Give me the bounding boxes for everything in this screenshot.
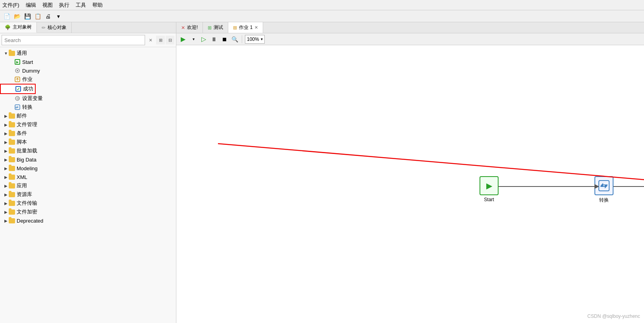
panel-tabs: 🌳 主对象树 ✏ 核心对象 xyxy=(0,22,176,33)
folder-arrow[interactable] xyxy=(3,165,9,171)
zoom-dropdown-icon: ▾ xyxy=(261,37,263,41)
folder-arrow[interactable] xyxy=(3,200,9,206)
transform-node-icon xyxy=(594,176,613,195)
setvariable-icon: ⚙ xyxy=(14,95,21,102)
pause-button[interactable]: ⏸ xyxy=(210,35,218,44)
tab-core-objects-label: 核心对象 xyxy=(48,24,67,31)
folder-arrow[interactable] xyxy=(3,113,9,119)
toolbar-dropdown[interactable]: ▾ xyxy=(54,12,63,21)
tree-item-job[interactable]: 作业 xyxy=(0,75,176,84)
tab-job1-close[interactable]: ✕ xyxy=(254,25,258,30)
toolbar-open[interactable]: 📂 xyxy=(13,12,21,21)
tree-folder-资源库[interactable]: 资源库 xyxy=(0,190,176,199)
tree-folder-邮件[interactable]: 邮件 xyxy=(0,112,176,120)
tree-folder-应用[interactable]: 应用 xyxy=(0,181,176,190)
tree-folder-Big Data[interactable]: Big Data xyxy=(0,155,176,164)
toolbar-sep xyxy=(242,35,242,43)
folder-icon xyxy=(9,130,15,137)
tree-folder-Modeling[interactable]: Modeling xyxy=(0,164,176,173)
tab-core-objects[interactable]: ✏ 核心对象 xyxy=(37,22,72,33)
menu-file[interactable]: 文件(F) xyxy=(2,2,19,9)
tab-welcome-label: 欢迎! xyxy=(187,24,198,31)
zoom-control[interactable]: 100% ▾ xyxy=(245,35,265,44)
folder-arrow[interactable] xyxy=(3,183,9,188)
folder-icon-general xyxy=(9,50,15,56)
search-input[interactable] xyxy=(2,35,145,45)
folder-icon xyxy=(9,113,15,119)
folder-icon xyxy=(9,156,15,163)
tree-root-general[interactable]: 通用 xyxy=(0,49,176,58)
tree-folder-条件[interactable]: 条件 xyxy=(0,129,176,138)
stop-button[interactable]: ⏹ xyxy=(220,35,229,44)
menu-edit[interactable]: 编辑 xyxy=(26,2,36,9)
tab-test[interactable]: ⊞ 测试 xyxy=(203,22,228,33)
folder-arrow[interactable] xyxy=(3,148,9,154)
tab-job1[interactable]: ⊞ 作业 1 ✕ xyxy=(228,22,263,33)
dummy-icon xyxy=(14,67,21,74)
folder-icon xyxy=(9,217,15,224)
folder-arrow[interactable] xyxy=(3,157,9,162)
tree-folder-批量加载[interactable]: 批量加载 xyxy=(0,146,176,155)
folder-icon xyxy=(9,209,15,215)
folder-arrow[interactable] xyxy=(3,139,9,145)
left-panel: 🌳 主对象树 ✏ 核心对象 × ⊞ ⊟ 通用 xyxy=(0,22,176,323)
tree-item-setvariable[interactable]: ⚙ 设置变量 xyxy=(0,94,176,103)
run-step-button[interactable]: ▷ xyxy=(199,35,208,44)
run-dropdown[interactable]: ▾ xyxy=(189,35,198,44)
folder-label: 文件加密 xyxy=(17,208,37,215)
tree-item-dummy[interactable]: Dummy xyxy=(0,66,176,75)
folder-arrow[interactable] xyxy=(3,131,9,136)
run-button[interactable]: ▶ xyxy=(179,35,187,44)
search-collapse-btn[interactable]: ⊟ xyxy=(166,36,174,44)
menu-view[interactable]: 视图 xyxy=(42,2,53,9)
tab-job1-label: 作业 1 xyxy=(239,24,252,31)
folder-arrow[interactable] xyxy=(3,209,9,215)
canvas-node-start-label: Start xyxy=(484,197,494,202)
toolbar-new[interactable]: 📄 xyxy=(2,12,11,21)
menu-help[interactable]: 帮助 xyxy=(92,2,103,9)
svg-text:⇄: ⇄ xyxy=(15,105,19,109)
tree-item-success[interactable]: 成功 xyxy=(0,84,36,94)
tree-label-success: 成功 xyxy=(23,85,33,92)
tree-item-start[interactable]: Start xyxy=(0,58,176,66)
inspect-button[interactable]: 🔍 xyxy=(230,35,239,44)
start-icon xyxy=(14,59,21,65)
folder-label: XML xyxy=(17,174,27,180)
menu-run[interactable]: 执行 xyxy=(59,2,69,9)
right-panel: ✕ 欢迎! ⊞ 测试 ⊞ 作业 1 ✕ ▶ ▾ ▷ ⏸ ⏹ 🔍 100% xyxy=(176,22,644,323)
tree-folder-XML[interactable]: XML xyxy=(0,173,176,181)
folder-label: Modeling xyxy=(17,165,38,171)
tree-folder-脚本[interactable]: 脚本 xyxy=(0,138,176,146)
tree-folder-文件加密[interactable]: 文件加密 xyxy=(0,208,176,216)
tree-label-general: 通用 xyxy=(17,50,27,57)
folder-icon xyxy=(9,121,15,128)
folder-icon xyxy=(9,139,15,145)
job1-tab-icon: ⊞ xyxy=(233,25,237,31)
search-expand-btn[interactable]: ⊞ xyxy=(156,36,165,44)
tree-container[interactable]: 通用 Start Dummy xyxy=(0,47,176,323)
folder-label: Big Data xyxy=(17,157,36,163)
folder-arrow[interactable] xyxy=(3,174,9,180)
folder-arrow[interactable] xyxy=(3,192,9,197)
toolbar-print[interactable]: 🖨 xyxy=(44,12,52,21)
tree-arrow-general[interactable] xyxy=(3,50,9,56)
tab-welcome[interactable]: ✕ 欢迎! xyxy=(176,22,203,33)
canvas-node-transform[interactable]: 转换 xyxy=(594,176,613,204)
folder-arrow[interactable] xyxy=(3,122,9,127)
search-clear-button[interactable]: × xyxy=(147,36,155,44)
folder-icon xyxy=(9,200,15,206)
folder-label: 邮件 xyxy=(17,112,27,119)
toolbar-save[interactable]: 💾 xyxy=(23,12,32,21)
canvas-area[interactable]: ▶ Start 转换 ✓ 成功 xyxy=(176,45,644,323)
tree-folder-Deprecated[interactable]: Deprecated xyxy=(0,216,176,225)
folder-arrow[interactable] xyxy=(3,218,9,223)
tree-folder-文件管理[interactable]: 文件管理 xyxy=(0,120,176,129)
tree-folder-文件传输[interactable]: 文件传输 xyxy=(0,199,176,208)
canvas-node-start[interactable]: ▶ Start xyxy=(480,176,499,202)
folder-list: 邮件 文件管理 条件 脚本 批量加载 Big Data xyxy=(0,112,176,225)
menu-tools[interactable]: 工具 xyxy=(76,2,86,9)
toolbar-saveas[interactable]: 📋 xyxy=(33,12,42,21)
tab-main-tree[interactable]: 🌳 主对象树 xyxy=(0,22,37,33)
folder-icon xyxy=(9,148,15,154)
tree-item-transform[interactable]: ⇄ 转换 xyxy=(0,103,176,112)
